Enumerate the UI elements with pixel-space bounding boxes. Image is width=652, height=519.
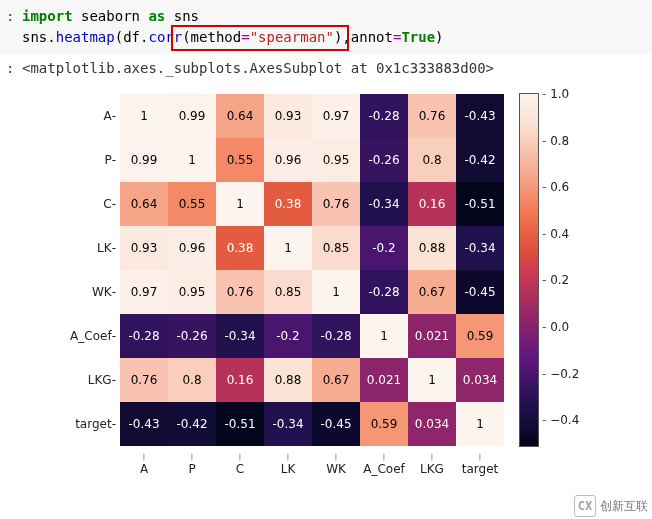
heatmap-cell: 1 (216, 182, 264, 226)
heatmap-cell: 0.38 (264, 182, 312, 226)
heatmap-cell: 0.55 (216, 138, 264, 182)
heatmap-cell: 0.96 (168, 226, 216, 270)
heatmap-cell: 1 (456, 402, 504, 446)
y-tick: A (62, 94, 116, 138)
heatmap-cell: 0.99 (120, 138, 168, 182)
colorbar-tick: −0.4 (542, 413, 579, 427)
heatmap-cell: 0.99 (168, 94, 216, 138)
heatmap-cell: 0.55 (168, 182, 216, 226)
heatmap-cell: -0.51 (456, 182, 504, 226)
heatmap-cell: 0.76 (216, 270, 264, 314)
watermark-label: 创新互联 (600, 498, 648, 515)
heatmap-cell: 0.93 (264, 94, 312, 138)
heatmap-cell: 0.76 (408, 94, 456, 138)
heatmap-cell: -0.45 (456, 270, 504, 314)
heatmap-cell: -0.34 (264, 402, 312, 446)
heatmap-cell: 0.59 (456, 314, 504, 358)
heatmap-cell: 0.034 (456, 358, 504, 402)
x-tick-labels: APCLKWKA_CoefLKGtarget (120, 448, 504, 476)
x-tick: WK (312, 448, 360, 476)
heatmap-cell: 0.97 (312, 94, 360, 138)
input-cell: : import seaborn as sns sns.heatmap(df.c… (0, 0, 652, 54)
heatmap-cell: -0.2 (360, 226, 408, 270)
heatmap-cell: 0.93 (120, 226, 168, 270)
watermark: CX 创新互联 (574, 495, 648, 517)
x-tick: P (168, 448, 216, 476)
heatmap-cell: 1 (312, 270, 360, 314)
colorbar-tick: 1.0 (542, 87, 569, 101)
heatmap-cell: 0.88 (408, 226, 456, 270)
y-tick: P (62, 138, 116, 182)
colorbar-tick: 0.2 (542, 273, 569, 287)
heatmap-cell: -0.2 (264, 314, 312, 358)
heatmap-cell: -0.45 (312, 402, 360, 446)
heatmap-cell: 0.76 (120, 358, 168, 402)
heatmap-cell: -0.34 (456, 226, 504, 270)
heatmap-cell: 0.16 (216, 358, 264, 402)
code-line-2: sns.heatmap(df.corr(method="spearman"),a… (22, 27, 642, 48)
heatmap-cell: 0.76 (312, 182, 360, 226)
x-tick: C (216, 448, 264, 476)
heatmap-cell: -0.51 (216, 402, 264, 446)
heatmap-cell: -0.42 (168, 402, 216, 446)
colorbar-tick: 0.6 (542, 180, 569, 194)
heatmap-cell: 1 (120, 94, 168, 138)
colorbar (520, 94, 538, 446)
heatmap-cell: 0.85 (312, 226, 360, 270)
heatmap-grid: 10.990.640.930.97-0.280.76-0.430.9910.55… (120, 94, 504, 446)
x-tick: A_Coef (360, 448, 408, 476)
colorbar-tick: 0.8 (542, 134, 569, 148)
heatmap-cell: 0.64 (216, 94, 264, 138)
heatmap-cell: 0.95 (312, 138, 360, 182)
x-tick: A (120, 448, 168, 476)
heatmap-cell: -0.34 (360, 182, 408, 226)
heatmap-cell: 0.97 (120, 270, 168, 314)
output-cell: : <matplotlib.axes._subplots.AxesSubplot… (0, 54, 652, 502)
heatmap-cell: -0.42 (456, 138, 504, 182)
y-tick: A_Coef (62, 314, 116, 358)
heatmap-cell: 0.8 (168, 358, 216, 402)
heatmap-cell: 0.85 (264, 270, 312, 314)
heatmap-cell: 0.38 (216, 226, 264, 270)
heatmap-cell: 0.034 (408, 402, 456, 446)
x-tick: LK (264, 448, 312, 476)
colorbar-ticks: 1.00.80.60.40.20.0−0.2−0.4 (542, 94, 602, 446)
colorbar-gradient (520, 94, 538, 446)
y-tick: C (62, 182, 116, 226)
heatmap-cell: 1 (360, 314, 408, 358)
y-tick: target (62, 402, 116, 446)
colorbar-tick: 0.0 (542, 320, 569, 334)
heatmap-cell: -0.28 (360, 94, 408, 138)
y-tick: LK (62, 226, 116, 270)
heatmap-cell: -0.26 (360, 138, 408, 182)
input-prompt: : (6, 6, 14, 27)
heatmap-cell: 0.021 (360, 358, 408, 402)
x-tick: target (456, 448, 504, 476)
output-prompt: : (6, 60, 14, 76)
heatmap-cell: 0.67 (408, 270, 456, 314)
x-tick: LKG (408, 448, 456, 476)
code-line-1: import seaborn as sns (22, 6, 642, 27)
heatmap-cell: -0.43 (456, 94, 504, 138)
y-tick: LKG (62, 358, 116, 402)
heatmap-cell: 1 (264, 226, 312, 270)
heatmap-cell: 0.8 (408, 138, 456, 182)
y-tick-labels: APCLKWKA_CoefLKGtarget (62, 94, 116, 446)
heatmap-cell: 1 (408, 358, 456, 402)
colorbar-tick: 0.4 (542, 227, 569, 241)
kw-as: as (148, 8, 165, 24)
heatmap-cell: -0.26 (168, 314, 216, 358)
heatmap-cell: -0.28 (360, 270, 408, 314)
heatmap-cell: 1 (168, 138, 216, 182)
output-repr: <matplotlib.axes._subplots.AxesSubplot a… (22, 60, 642, 76)
colorbar-tick: −0.2 (542, 367, 579, 381)
watermark-logo: CX (574, 495, 596, 517)
heatmap-cell: 0.59 (360, 402, 408, 446)
y-tick: WK (62, 270, 116, 314)
heatmap-cell: 0.88 (264, 358, 312, 402)
kw-import: import (22, 8, 73, 24)
heatmap-cell: 0.16 (408, 182, 456, 226)
heatmap-cell: -0.28 (312, 314, 360, 358)
heatmap-cell: -0.28 (120, 314, 168, 358)
heatmap-figure: APCLKWKA_CoefLKGtarget 10.990.640.930.97… (62, 86, 622, 496)
